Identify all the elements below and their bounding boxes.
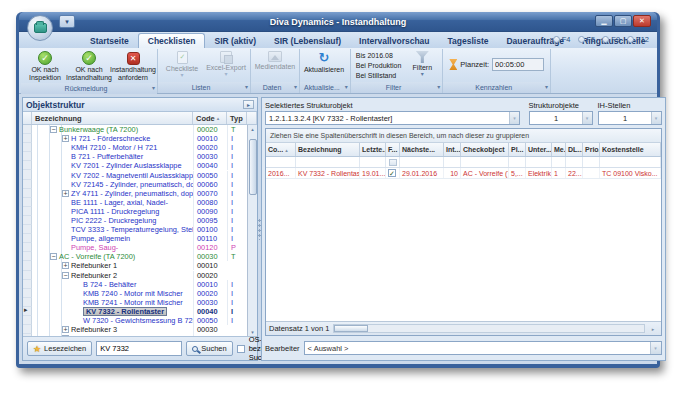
- lesezeichen-button[interactable]: Lesezeichen: [27, 341, 92, 356]
- tree-row[interactable]: W 7320 - Gewichtsmessung B 72400050I: [23, 316, 257, 325]
- grid-column-7[interactable]: Pl...: [509, 143, 526, 156]
- tree-row[interactable]: KMB 7240 - Motor mit Mischer00020I: [23, 289, 257, 298]
- tab-sir-aktiv-[interactable]: SIR (aktiv): [205, 34, 265, 48]
- grid-filter-cell[interactable]: [296, 157, 360, 167]
- filter-checkbox-button[interactable]: [389, 159, 397, 166]
- excel-export-button[interactable]: Excel-Export ▾: [204, 50, 248, 76]
- mediendaten-button[interactable]: Mediendaten: [253, 50, 297, 71]
- scrollbar-thumb[interactable]: [334, 325, 368, 332]
- fkey-f5[interactable]: F5: [578, 35, 596, 44]
- grid-cell[interactable]: AC - Vorreife (T...: [461, 168, 509, 178]
- tree-row[interactable]: BE 1111 - Lager, axial, Nadel-00080I: [23, 198, 257, 207]
- tree-row[interactable]: Reifebunker 300030: [23, 325, 257, 334]
- tree-row[interactable]: PIC 2222 - Druckregelung00095I: [23, 216, 257, 225]
- application-menu-button[interactable]: [27, 15, 53, 41]
- grid-column-3[interactable]: F...: [386, 143, 400, 156]
- group-label-filter[interactable]: Filter: [351, 82, 443, 93]
- checked-checkbox-icon[interactable]: [388, 169, 396, 177]
- expand-icon[interactable]: [62, 190, 69, 197]
- close-button[interactable]: ✕: [633, 15, 651, 27]
- grid-filter-cell[interactable]: [266, 157, 296, 167]
- fkey-f12[interactable]: F12: [627, 35, 649, 44]
- grid-cell[interactable]: 10: [444, 168, 461, 178]
- tree-row[interactable]: Reifebunker 200020: [23, 271, 257, 280]
- grid-column-11[interactable]: Prio...: [583, 143, 600, 156]
- grid-cell[interactable]: 5,...: [509, 168, 526, 178]
- grid-cell[interactable]: 19.01....: [360, 168, 386, 178]
- tree-row[interactable]: KV 7332 - Rollentaster00040I: [23, 307, 257, 316]
- grid-filter-cell[interactable]: [552, 157, 566, 167]
- grid-filter-cell[interactable]: [360, 157, 386, 167]
- scroll-up-icon[interactable]: ▴: [251, 125, 254, 133]
- grid-cell[interactable]: 29.01.2016: [400, 168, 444, 178]
- tree-row[interactable]: KV 72145 - Zylinder, pneumatisch, do...0…: [23, 180, 257, 189]
- expand-icon[interactable]: [62, 262, 69, 269]
- quick-access-dropdown[interactable]: ▾: [59, 15, 75, 28]
- group-label-rueckmeldung[interactable]: Rückmeldung: [21, 83, 157, 94]
- scroll-right-icon[interactable]: ▸: [649, 326, 658, 332]
- grid-data-row[interactable]: 2016...KV 7332 - Rollentaster19.01....29…: [266, 168, 661, 179]
- column-code[interactable]: Code: [193, 112, 227, 124]
- grid-filter-cell[interactable]: [400, 157, 444, 167]
- ih-stellen-value-box[interactable]: 1 ▾: [598, 111, 662, 125]
- grid-column-2[interactable]: Letzte...: [360, 143, 386, 156]
- search-input[interactable]: [96, 341, 182, 356]
- strukturobjekte-value-box[interactable]: 1 ▾: [529, 111, 593, 125]
- grid-filter-cell[interactable]: [566, 157, 583, 167]
- grid-filter-cell[interactable]: [509, 157, 526, 167]
- grid-column-5[interactable]: Int...: [444, 143, 461, 156]
- dropdown-arrow-icon[interactable]: ▾: [509, 112, 519, 124]
- ok-nach-instandhaltung-button[interactable]: OK nach Instandhaltung: [67, 50, 111, 82]
- tree-row[interactable]: Pumpe, allgemein00110I: [23, 234, 257, 243]
- tree-row[interactable]: Reifebunker 400040: [23, 334, 257, 336]
- grid-cell[interactable]: 1: [552, 168, 566, 178]
- maximize-button[interactable]: ▢: [614, 15, 632, 27]
- panel-menu-button[interactable]: ▸: [243, 100, 254, 109]
- selection-value-box[interactable]: 1.2.1.1.3.2.4 [KV 7332 - Rollentaster] ▾: [265, 111, 520, 125]
- tree-row[interactable]: KMH 7210 - Motor / H 72100020I: [23, 143, 257, 152]
- tree-row[interactable]: TCV 3333 - Temperaturregelung, Stel...00…: [23, 225, 257, 234]
- spinner-icon[interactable]: ▾: [582, 112, 592, 124]
- tree-row[interactable]: PICA 1111 - Druckregelung00090I: [23, 207, 257, 216]
- fkey-f9[interactable]: F9: [602, 35, 620, 44]
- group-label-aktualisieren[interactable]: Aktualisie...: [300, 82, 350, 93]
- grid-column-4[interactable]: Nächste...: [400, 143, 444, 156]
- tree-row[interactable]: B 721 - Pufferbehälter00030I: [23, 152, 257, 161]
- ok-nach-inspektion-button[interactable]: OK nach Inspektion: [23, 50, 67, 82]
- grid-filter-cell[interactable]: [600, 157, 661, 167]
- grid-cell[interactable]: TC 09100 Visko...: [600, 168, 661, 178]
- tree-row[interactable]: KMB 7241 - Motor mit Mischer00030I: [23, 298, 257, 307]
- planzeit-input[interactable]: [492, 58, 544, 71]
- grid-cell[interactable]: Elektrik: [526, 168, 552, 178]
- dropdown-arrow-icon[interactable]: ▾: [650, 342, 661, 354]
- expand-icon[interactable]: [62, 135, 69, 142]
- tree-row[interactable]: Bunkerwaage (TA 7200)00020T: [23, 125, 257, 134]
- grid-cell[interactable]: [386, 168, 400, 178]
- grid-column-8[interactable]: Unter...: [526, 143, 552, 156]
- expand-icon[interactable]: [62, 326, 69, 333]
- tab-checklisten[interactable]: Checklisten: [138, 33, 206, 48]
- grid-column-10[interactable]: DL...: [566, 143, 583, 156]
- grid-cell[interactable]: [583, 168, 600, 178]
- collapse-icon[interactable]: [62, 272, 69, 279]
- group-label-daten[interactable]: Daten: [251, 82, 299, 93]
- grid-filter-cell[interactable]: [526, 157, 552, 167]
- tab-tagesliste[interactable]: Tagesliste: [439, 34, 498, 48]
- grid-column-9[interactable]: Me...: [552, 143, 566, 156]
- tab-sir-lebenslauf-[interactable]: SIR (Lebenslauf): [265, 34, 350, 48]
- grid-cell[interactable]: 2016...: [266, 168, 296, 178]
- grid-column-6[interactable]: Checkobject: [461, 143, 509, 156]
- filter-option[interactable]: Bei Stillstand: [356, 71, 402, 80]
- tree-row[interactable]: Reifebunker 100010: [23, 261, 257, 270]
- grid-column-12[interactable]: Kostenstelle: [600, 143, 661, 156]
- checkliste-button[interactable]: Checkliste ▾: [160, 50, 204, 77]
- spinner-icon[interactable]: ▾: [651, 112, 661, 124]
- tree-row[interactable]: ZY 4711 - Zylinder, pneumatisch, dop...0…: [23, 189, 257, 198]
- collapse-icon[interactable]: [50, 126, 57, 133]
- collapse-icon[interactable]: [50, 253, 57, 260]
- instandhaltung-anfordern-button[interactable]: Instandhaltung anfordern: [111, 50, 155, 82]
- os-suche-checkbox[interactable]: [237, 345, 245, 353]
- aktualisieren-button[interactable]: Aktualisieren: [302, 50, 346, 74]
- grid-column-0[interactable]: Co...: [266, 143, 296, 156]
- group-label-kennzahlen[interactable]: Kennzahlen: [443, 82, 550, 93]
